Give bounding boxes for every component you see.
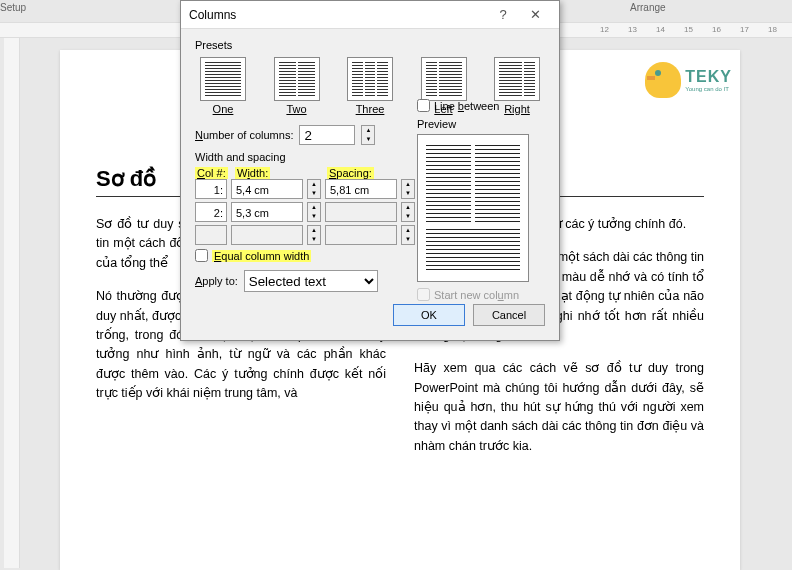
col-num: 2: [195,202,227,222]
num-columns-spinner[interactable]: ▲▼ [361,125,375,145]
spin-up-icon[interactable]: ▲ [362,126,374,135]
preset-three-label: Three [356,103,385,115]
apply-to-label: Apply to: [195,275,238,287]
start-new-column-label: Start new column [434,289,519,301]
width-spinner[interactable]: ▲▼ [307,179,321,199]
start-new-column-checkbox [417,288,430,301]
preset-two[interactable]: Two [269,57,325,115]
apply-to-select[interactable]: Selected text [244,270,378,292]
dialog-titlebar[interactable]: Columns ? ✕ [181,1,559,29]
cancel-button[interactable]: Cancel [473,304,545,326]
line-between-checkbox[interactable] [417,99,430,112]
width-input-1[interactable]: 5,4 cm [231,179,303,199]
spacing-spinner: ▲▼ [401,225,415,245]
preview-box [417,134,529,282]
width-input-2[interactable]: 5,3 cm [231,202,303,222]
spacing-spinner[interactable]: ▲▼ [401,179,415,199]
equal-column-width-label: Equal column width [212,250,311,262]
help-button[interactable]: ? [487,7,519,22]
presets-label: Presets [195,39,545,51]
preset-one-label: One [213,103,234,115]
vertical-ruler[interactable] [4,38,20,568]
line-between-label: Line between [434,100,499,112]
ribbon-group-setup: Setup [0,2,26,13]
ruler-tick: 12 [600,25,609,34]
bird-icon [645,62,681,98]
paragraph: Hãy xem qua các cách vẽ sơ đồ tư duy tro… [414,359,704,456]
close-button[interactable]: ✕ [519,7,551,22]
ruler-tick: 16 [712,25,721,34]
spin-down-icon[interactable]: ▼ [362,135,374,144]
spacing-input-2[interactable] [325,202,397,222]
num-columns-label: Number of columns: [195,129,293,141]
equal-column-width-checkbox[interactable] [195,249,208,262]
width-header: Width: [235,167,270,179]
dialog-title: Columns [189,8,487,22]
col-num [195,225,227,245]
preset-two-label: Two [286,103,306,115]
teky-logo: TEKY Young can do IT [645,62,732,98]
width-spinner[interactable]: ▲▼ [307,202,321,222]
preset-three[interactable]: Three [342,57,398,115]
spacing-input-1[interactable]: 5,81 cm [325,179,397,199]
ruler-tick: 14 [656,25,665,34]
preview-label: Preview [417,118,545,130]
spacing-input-3 [325,225,397,245]
columns-dialog: Columns ? ✕ Presets One Two Three Left [180,0,560,341]
width-input-3 [231,225,303,245]
logo-tagline: Young can do IT [685,86,732,92]
ribbon-group-arrange: Arrange [630,2,666,13]
width-spinner: ▲▼ [307,225,321,245]
spacing-header: Spacing: [327,167,374,179]
spacing-spinner[interactable]: ▲▼ [401,202,415,222]
col-num: 1: [195,179,227,199]
ok-button[interactable]: OK [393,304,465,326]
ruler-tick: 13 [628,25,637,34]
ruler-tick: 18 [768,25,777,34]
ruler-tick: 17 [740,25,749,34]
logo-text: TEKY [685,68,732,86]
col-num-header: Col #: [195,167,228,179]
num-columns-input[interactable] [299,125,355,145]
preset-one[interactable]: One [195,57,251,115]
ruler-tick: 15 [684,25,693,34]
